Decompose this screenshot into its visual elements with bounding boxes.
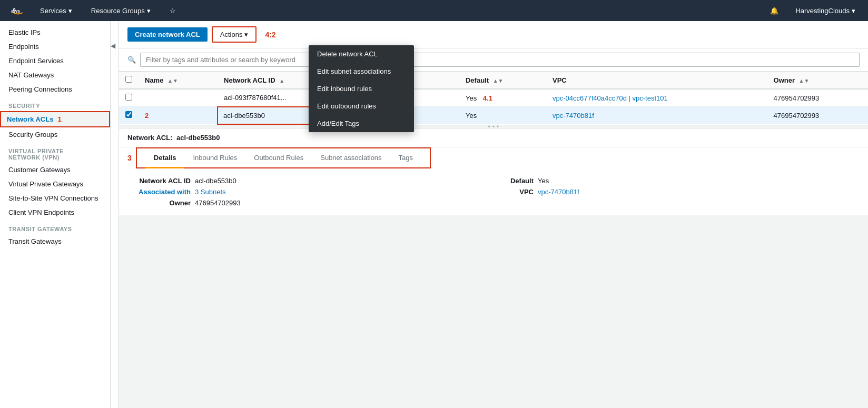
sidebar-item-nat-gateways[interactable]: NAT Gateways bbox=[0, 68, 110, 82]
dropdown-item-add-edit-tags[interactable]: Add/Edit Tags bbox=[309, 115, 414, 132]
sidebar-item-peering-connections[interactable]: Peering Connections bbox=[0, 82, 110, 96]
sidebar-item-security-groups[interactable]: Security Groups bbox=[0, 127, 110, 142]
main-layout: Elastic IPs Endpoints Endpoint Services … bbox=[0, 21, 868, 408]
user-menu-nav[interactable]: HarvestingClouds ▾ bbox=[791, 5, 860, 17]
row1-vpc-link[interactable]: vpc-04cc677f40a4cc70d | vpc-test101 bbox=[553, 94, 668, 102]
row1-checkbox[interactable] bbox=[125, 94, 132, 101]
dropdown-item-edit-inbound[interactable]: Edit inbound rules bbox=[309, 80, 414, 97]
search-input[interactable] bbox=[140, 53, 860, 67]
detail-panel: Network ACL: acl-dbe553b0 3 Details Inbo… bbox=[119, 128, 868, 215]
top-navigation: aws Services ▾ Resource Groups ▾ ☆ 🔔 Har… bbox=[0, 0, 868, 21]
actions-dropdown-menu: Delete network ACL Edit subnet associati… bbox=[309, 45, 414, 132]
bookmarks-nav[interactable]: ☆ bbox=[165, 5, 180, 17]
filter-bar: 🔍 bbox=[119, 48, 868, 72]
actions-chevron-icon: ▾ bbox=[244, 31, 248, 38]
detail-row-default: Default Yes bbox=[502, 177, 860, 185]
svg-text:aws: aws bbox=[11, 8, 20, 14]
collapse-arrow-icon: ◀ bbox=[111, 42, 115, 49]
detail-tabs: Details Inbound Rules Outbound Rules Sub… bbox=[136, 147, 431, 168]
services-label: Services bbox=[40, 7, 66, 15]
vpn-section-header: Virtual PrivateNetwork (VPN) bbox=[0, 142, 110, 163]
user-label: HarvestingClouds bbox=[795, 7, 850, 15]
sidebar-item-transit-gateways[interactable]: Transit Gateways bbox=[0, 234, 110, 248]
detail-subnets-link[interactable]: 3 Subnets bbox=[195, 188, 226, 196]
sidebar: Elastic IPs Endpoints Endpoint Services … bbox=[0, 21, 111, 408]
owner-sort-icon[interactable]: ▲▼ bbox=[799, 78, 810, 84]
select-all-checkbox[interactable] bbox=[125, 76, 132, 83]
search-icon: 🔍 bbox=[127, 56, 136, 64]
resource-groups-chevron-icon: ▾ bbox=[147, 7, 151, 15]
dropdown-item-edit-subnet[interactable]: Edit subnet associations bbox=[309, 63, 414, 80]
detail-row-associated-with: Associated with 3 Subnets bbox=[127, 188, 485, 196]
transit-section-header: Transit Gateways bbox=[0, 220, 110, 234]
resize-dots-icon: • • • bbox=[488, 123, 499, 131]
annotation-2: 2 bbox=[145, 112, 149, 120]
aws-logo[interactable]: aws bbox=[8, 2, 25, 19]
actions-button[interactable]: Actions ▾ bbox=[212, 26, 257, 43]
row2-owner: 476954702993 bbox=[767, 107, 868, 124]
detail-vpc-link[interactable]: vpc-7470b81f bbox=[538, 188, 579, 196]
dropdown-item-edit-outbound[interactable]: Edit outbound rules bbox=[309, 97, 414, 115]
resource-groups-label: Resource Groups bbox=[91, 7, 145, 15]
tab-inbound-rules[interactable]: Inbound Rules bbox=[184, 148, 245, 168]
name-sort-icon[interactable]: ▲▼ bbox=[167, 78, 178, 84]
services-chevron-icon: ▾ bbox=[68, 7, 72, 15]
annotation-42: 4:2 bbox=[265, 31, 275, 39]
dropdown-item-delete[interactable]: Delete network ACL bbox=[309, 45, 414, 63]
security-section-header: Security bbox=[0, 96, 110, 111]
row2-vpc-link[interactable]: vpc-7470b81f bbox=[553, 112, 594, 120]
row2-default: Yes bbox=[459, 107, 546, 124]
user-chevron-icon: ▾ bbox=[852, 7, 855, 15]
row1-vpc: vpc-04cc677f40a4cc70d | vpc-test101 bbox=[546, 89, 767, 107]
sidebar-item-site-to-site[interactable]: Site-to-Site VPN Connections bbox=[0, 191, 110, 205]
sidebar-item-network-acls[interactable]: Network ACLs 1 bbox=[0, 111, 110, 127]
acl-id-sort-icon[interactable]: ▲ bbox=[279, 78, 284, 84]
table-row[interactable]: 2 acl-dbe553b0 3 Subnets Yes vpc-7470b81… bbox=[119, 107, 868, 124]
col-vpc: VPC bbox=[546, 72, 767, 89]
col-owner: Owner ▲▼ bbox=[767, 72, 868, 89]
toolbar: Create network ACL Actions ▾ 4:2 Delete … bbox=[119, 21, 868, 48]
row2-name: 2 bbox=[139, 107, 218, 124]
tab-details[interactable]: Details bbox=[145, 148, 185, 168]
services-nav[interactable]: Services ▾ bbox=[36, 5, 76, 17]
sidebar-item-endpoint-services[interactable]: Endpoint Services bbox=[0, 54, 110, 68]
tab-tags[interactable]: Tags bbox=[390, 148, 421, 168]
sidebar-item-elastic-ips[interactable]: Elastic IPs bbox=[0, 25, 110, 39]
sidebar-collapse-handle[interactable]: ◀ bbox=[111, 21, 119, 408]
sidebar-item-virtual-private-gateways[interactable]: Virtual Private Gateways bbox=[0, 177, 110, 191]
sidebar-item-endpoints[interactable]: Endpoints bbox=[0, 39, 110, 54]
create-network-acl-button[interactable]: Create network ACL bbox=[127, 27, 208, 42]
col-name: Name ▲▼ bbox=[139, 72, 218, 89]
resource-groups-nav[interactable]: Resource Groups ▾ bbox=[87, 5, 155, 17]
bookmark-icon: ☆ bbox=[170, 7, 176, 15]
row2-vpc: vpc-7470b81f bbox=[546, 107, 767, 124]
bell-icon: 🔔 bbox=[770, 7, 778, 15]
acl-table: Name ▲▼ Network ACL ID ▲ Associated with… bbox=[119, 72, 868, 125]
detail-row-acl-id: Network ACL ID acl-dbe553b0 bbox=[127, 177, 485, 185]
detail-row-owner: Owner 476954702993 bbox=[127, 199, 485, 207]
detail-panel-header: Network ACL: acl-dbe553b0 bbox=[119, 128, 868, 147]
row1-default: Yes 4.1 bbox=[459, 89, 546, 107]
tab-outbound-rules[interactable]: Outbound Rules bbox=[245, 148, 312, 168]
annotation-3: 3 bbox=[127, 154, 132, 162]
row2-checkbox[interactable] bbox=[125, 111, 132, 118]
notifications-nav[interactable]: 🔔 bbox=[766, 5, 783, 17]
detail-content: Network ACL ID acl-dbe553b0 Associated w… bbox=[119, 168, 868, 215]
content-area: Create network ACL Actions ▾ 4:2 Delete … bbox=[119, 21, 868, 408]
detail-row-vpc: VPC vpc-7470b81f bbox=[502, 188, 860, 196]
actions-label: Actions bbox=[220, 31, 243, 38]
tab-subnet-associations[interactable]: Subnet associations bbox=[312, 148, 390, 168]
col-default: Default ▲▼ bbox=[459, 72, 546, 89]
row1-owner: 476954702993 bbox=[767, 89, 868, 107]
table-row[interactable]: acl-093f787680f41... 2 Subnets Yes 4.1 v… bbox=[119, 89, 868, 107]
annotation-1: 1 bbox=[57, 115, 61, 123]
annotation-41: 4.1 bbox=[483, 94, 492, 102]
sidebar-item-client-vpn[interactable]: Client VPN Endpoints bbox=[0, 205, 110, 220]
row1-name bbox=[139, 89, 218, 107]
default-sort-icon[interactable]: ▲▼ bbox=[493, 78, 504, 84]
sidebar-item-customer-gateways[interactable]: Customer Gateways bbox=[0, 163, 110, 177]
